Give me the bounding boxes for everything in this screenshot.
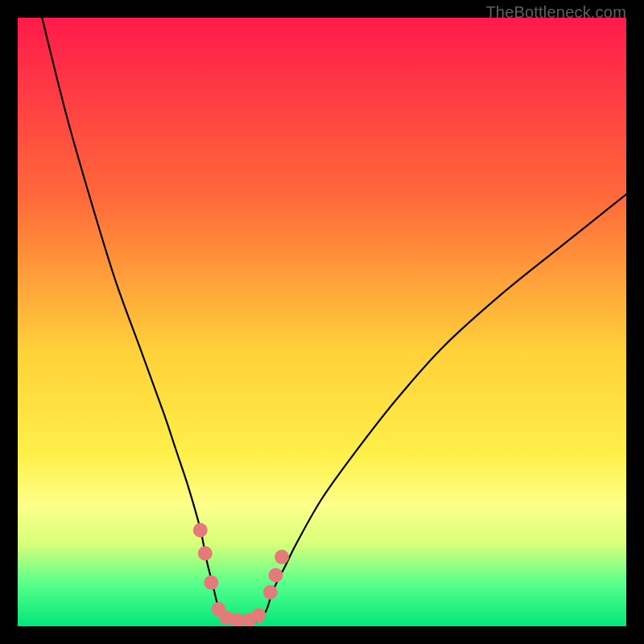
watermark-text: TheBottleneck.com bbox=[485, 3, 626, 22]
data-marker bbox=[275, 550, 289, 564]
data-marker bbox=[263, 585, 278, 600]
data-marker bbox=[269, 568, 283, 582]
chart-background bbox=[18, 18, 626, 626]
data-marker bbox=[193, 523, 208, 538]
data-marker bbox=[204, 576, 218, 590]
chart-svg bbox=[18, 18, 626, 626]
chart-plot-area bbox=[18, 18, 626, 626]
data-marker bbox=[251, 608, 266, 622]
data-marker bbox=[198, 546, 213, 560]
